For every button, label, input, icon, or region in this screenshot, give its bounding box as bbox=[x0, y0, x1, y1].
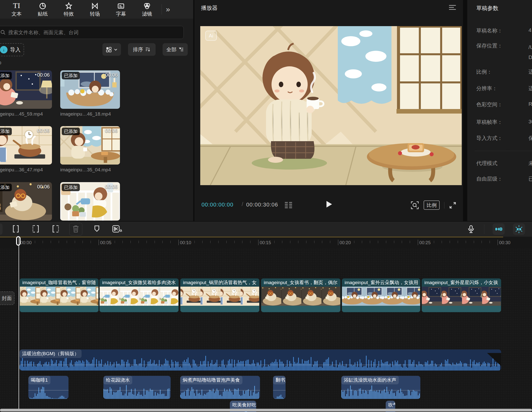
expand-tabs-chevron-icon[interactable]: » bbox=[166, 6, 170, 13]
sfx-audio-clip[interactable]: 给花园浇水 bbox=[103, 376, 171, 399]
play-button[interactable] bbox=[326, 200, 332, 208]
filter-all-button[interactable]: 全部 bbox=[163, 43, 188, 56]
media-item[interactable]: 已添加 00:06 bbox=[60, 182, 120, 221]
duration-label: 00:06 bbox=[105, 184, 118, 190]
ruler-minor-tick bbox=[91, 241, 91, 243]
param-value: R bbox=[528, 101, 532, 107]
clip-frame bbox=[422, 287, 442, 306]
fade-out-handle[interactable] bbox=[487, 353, 501, 366]
param-value: 保 bbox=[528, 135, 532, 142]
linked-preview-toggle[interactable] bbox=[513, 223, 525, 235]
video-clip[interactable]: imageinput_咖啡冒着热气，窗帘随 bbox=[20, 278, 99, 312]
clip-frame bbox=[281, 287, 301, 306]
ruler-label: 00:30 bbox=[499, 240, 510, 245]
tab-effects[interactable]: 特效 bbox=[56, 1, 82, 17]
tab-captions[interactable]: 字幕 bbox=[108, 1, 134, 17]
video-clip[interactable]: imageinput_窗外星星闪烁，小女孩 bbox=[422, 278, 501, 312]
video-clip[interactable]: imageinput_女孩看书，翻页，偶尔 bbox=[261, 278, 341, 312]
search-input[interactable]: 搜索文件名称、画面元素、台词 bbox=[0, 26, 184, 39]
ruler-label: 00:20 bbox=[340, 240, 351, 245]
clip-frame bbox=[80, 287, 98, 306]
duration-label: 00:06 bbox=[105, 72, 118, 78]
total-timecode: 00:00:30:06 bbox=[246, 201, 278, 208]
duration-label: 00:06 bbox=[105, 128, 118, 134]
media-item[interactable]: 已添加 00:06 imageinpu…35_04.mp4 bbox=[60, 126, 120, 173]
sfx-waveform bbox=[341, 384, 420, 399]
added-badge: 已添加 bbox=[62, 72, 80, 79]
import-button[interactable]: ↓ 导入 bbox=[0, 43, 24, 56]
video-clip[interactable]: imageinput_窗外云朵飘动，女孩用 bbox=[342, 278, 420, 312]
split-keep-left-icon[interactable] bbox=[31, 225, 40, 233]
media-item[interactable]: 已添加 00:06 imageinpu…45_59.mp4 bbox=[0, 70, 52, 117]
ruler-label: 00:00 bbox=[20, 240, 32, 245]
sfx-audio-clip[interactable]: 喝咖啡1 bbox=[28, 376, 69, 399]
fullscreen-icon[interactable] bbox=[449, 201, 456, 209]
view-mode-button[interactable] bbox=[102, 43, 121, 56]
split-keep-right-icon[interactable] bbox=[52, 225, 60, 233]
param-value: 未 bbox=[528, 160, 532, 167]
sfx-waveform bbox=[103, 384, 171, 399]
media-item[interactable]: 已添加 00:06 bbox=[0, 182, 52, 221]
split-icon[interactable] bbox=[12, 225, 20, 233]
sfx-audio-clip[interactable]: 焖煮声咕噜咕噜冒泡声美食 bbox=[180, 376, 260, 399]
ruler-minor-tick bbox=[218, 241, 219, 243]
media-item[interactable]: 已添加 00:06 imageinpu…46_18.mp4 bbox=[60, 70, 120, 117]
playhead-line[interactable] bbox=[19, 237, 19, 409]
sfx-clip-label: 翻书声 bbox=[273, 376, 286, 384]
video-clip[interactable]: imageinput_锅里的汤冒着热气，女 bbox=[180, 278, 259, 312]
ruler-minor-tick bbox=[250, 241, 250, 243]
media-library-panel: TI 文本 贴纸 特效 转场 字幕 滤镜 bbox=[0, 0, 193, 221]
player-menu-icon[interactable] bbox=[449, 5, 456, 11]
preview-zoom-icon[interactable] bbox=[411, 201, 419, 210]
sfx-audio-clip[interactable]: 翻书声 bbox=[273, 376, 286, 399]
ruler-tick bbox=[498, 240, 498, 245]
bgm-audio-clip[interactable]: 温暖治愈(BGM)（剪辑版） bbox=[20, 349, 501, 371]
tab-sticker[interactable]: 贴纸 bbox=[30, 1, 56, 17]
ai-watermark: Ai bbox=[205, 31, 217, 41]
effects-icon bbox=[65, 1, 73, 10]
ruler-minor-tick bbox=[482, 241, 482, 243]
microphone-icon[interactable] bbox=[467, 225, 475, 234]
video-preview[interactable]: Ai bbox=[200, 26, 462, 185]
audio-split-icon[interactable] bbox=[112, 225, 122, 234]
param-row: 保存位置：/U D bbox=[476, 42, 532, 49]
cutoff-button[interactable] bbox=[0, 224, 3, 235]
tab-text[interactable]: TI 文本 bbox=[4, 1, 30, 17]
param-row: 分辨率：适 bbox=[476, 85, 532, 92]
delete-trash-icon[interactable] bbox=[72, 225, 79, 233]
sfx-clip-label: 喝咖啡1 bbox=[28, 376, 50, 384]
sort-button[interactable]: 排序 bbox=[128, 43, 156, 56]
search-icon bbox=[0, 30, 6, 35]
tab-filter[interactable]: 滤镜 bbox=[134, 1, 160, 17]
marker-flag-icon[interactable] bbox=[93, 225, 100, 233]
video-editor-app: TI 文本 贴纸 特效 转场 字幕 滤镜 bbox=[0, 0, 532, 412]
timecode-separator: / bbox=[242, 201, 243, 208]
ruler-minor-tick bbox=[402, 241, 402, 243]
waveform-midline bbox=[273, 390, 286, 390]
video-clip-thumbnails bbox=[20, 287, 98, 306]
playhead-handle[interactable] bbox=[16, 236, 21, 246]
clip-frame bbox=[120, 287, 140, 306]
video-clip-label: imageinput_咖啡冒着热气，窗帘随 bbox=[20, 279, 98, 287]
param-value: 4 bbox=[528, 27, 531, 33]
sfx-clip-label: 给花园浇水 bbox=[103, 376, 132, 384]
cover-button[interactable]: 封面 bbox=[0, 291, 15, 305]
timeline-ruler[interactable]: 00:0000:0500:1000:1500:2000:2500:30 bbox=[0, 237, 532, 248]
sfx-audio-clip[interactable]: 浴缸洗澡扰动水面的水声 bbox=[341, 376, 420, 399]
ratio-button[interactable]: 比例 bbox=[424, 200, 440, 210]
timeline-tracks: 封面 imageinput_咖啡冒着热气，窗帘随 imageinput_女孩微笑… bbox=[0, 248, 532, 412]
media-item[interactable]: 已添加 00:06 imageinpu…36_47.mp4 bbox=[0, 126, 52, 173]
frames-grid-icon[interactable] bbox=[284, 201, 293, 209]
clip-frame bbox=[482, 287, 501, 306]
media-filename: imageinpu…45_59.mp4 bbox=[0, 111, 52, 117]
duration-label: 00:06 bbox=[37, 128, 50, 134]
video-clip[interactable]: imageinput_女孩微笑着给多肉浇水 bbox=[99, 278, 179, 312]
text-icon: TI bbox=[13, 1, 20, 10]
ruler-minor-tick bbox=[298, 241, 298, 243]
ruler-minor-tick bbox=[426, 241, 426, 243]
tab-transition[interactable]: 转场 bbox=[82, 1, 108, 17]
horizontal-scrollbar[interactable] bbox=[0, 409, 532, 411]
ruler-minor-tick bbox=[466, 241, 466, 243]
auto-snap-toggle[interactable] bbox=[493, 223, 505, 235]
ruler-minor-tick bbox=[130, 241, 131, 243]
